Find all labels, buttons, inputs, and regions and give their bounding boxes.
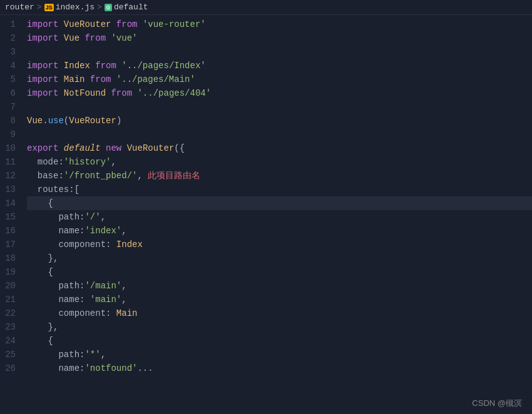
code-content[interactable]: import VueRouter from 'vue-router'import… xyxy=(22,15,532,414)
code-line: base:'/front_pbed/', 此项目路由名 xyxy=(27,169,532,183)
code-line: import Main from '../pages/Main' xyxy=(27,73,532,86)
token xyxy=(111,73,116,86)
token-str: 'history' xyxy=(64,155,111,169)
line-number: 14 xyxy=(5,196,16,210)
code-line: name: 'main', xyxy=(27,293,532,306)
line-number: 9 xyxy=(5,128,16,141)
line-number: 13 xyxy=(5,183,16,196)
token xyxy=(27,155,38,169)
token: { xyxy=(27,196,53,210)
line-numbers: 1234567891011121314151617181920212223242… xyxy=(0,15,22,414)
token-cls: Main xyxy=(64,73,85,86)
line-number: 10 xyxy=(5,141,16,155)
token: { xyxy=(27,265,53,279)
code-line: import NotFound from '../pages/404' xyxy=(27,86,532,100)
token-cls: VueRouter xyxy=(69,114,116,128)
code-line: path:'/', xyxy=(27,210,532,224)
token: , xyxy=(121,293,126,306)
code-line: routes:[ xyxy=(27,183,532,196)
line-number: 18 xyxy=(5,251,16,265)
token xyxy=(27,169,38,183)
token xyxy=(132,86,137,100)
token-str: 'vue' xyxy=(111,31,137,45)
token xyxy=(137,18,142,31)
token-str: '/' xyxy=(84,210,100,224)
token-prop: name xyxy=(58,361,79,375)
line-number: 21 xyxy=(5,293,16,306)
token-kw-default: default xyxy=(64,141,101,155)
token: : xyxy=(79,293,90,306)
line-number: 23 xyxy=(5,320,16,334)
token xyxy=(27,293,58,306)
code-line: import VueRouter from 'vue-router' xyxy=(27,18,532,31)
token-kw-from: from xyxy=(116,18,138,31)
line-number: 20 xyxy=(5,279,16,293)
token xyxy=(27,279,58,293)
code-line: }, xyxy=(27,320,532,334)
code-line xyxy=(27,45,532,59)
token-cls: NotFound xyxy=(64,86,106,100)
component-icon: ⊙ xyxy=(105,4,112,11)
token: }, xyxy=(48,251,59,265)
code-line: name:'notfound'... xyxy=(27,361,532,375)
line-number: 8 xyxy=(5,114,16,128)
breadcrumb-bar: router > JS index.js > ⊙ default xyxy=(0,0,532,15)
line-number: 15 xyxy=(5,210,16,224)
token: : xyxy=(58,155,63,169)
token-kw-export: export xyxy=(27,141,58,155)
code-line: { xyxy=(27,265,532,279)
token xyxy=(58,59,63,73)
token xyxy=(121,141,126,155)
code-line: path:'*', xyxy=(27,348,532,361)
token xyxy=(90,59,95,73)
token-cls: Index xyxy=(116,238,143,251)
token: : xyxy=(106,238,116,251)
line-number: 1 xyxy=(5,18,16,31)
line-number: 24 xyxy=(5,334,16,348)
token xyxy=(27,361,58,375)
line-number: 4 xyxy=(5,59,16,73)
token: ... xyxy=(137,361,153,375)
token xyxy=(27,183,38,196)
token: : xyxy=(79,361,84,375)
separator-2: > xyxy=(97,3,102,12)
code-line: import Index from '../pages/Index' xyxy=(27,59,532,73)
token: ( xyxy=(64,114,69,128)
token xyxy=(101,141,106,155)
token-str: '../pages/404' xyxy=(137,86,211,100)
line-number: 12 xyxy=(5,169,16,183)
token xyxy=(58,141,63,155)
token-prop: base xyxy=(38,169,59,183)
token-prop: path xyxy=(58,348,79,361)
breadcrumb-symbol: default xyxy=(114,3,148,12)
token xyxy=(111,18,116,31)
token: , xyxy=(101,348,106,361)
token-kw-import: import xyxy=(27,86,58,100)
token: , xyxy=(137,169,148,183)
token-cls: Main xyxy=(116,306,138,320)
token-kw-from: from xyxy=(84,31,106,45)
token-kw-import: import xyxy=(27,59,58,73)
token-kw-new: new xyxy=(106,141,121,155)
token: : xyxy=(79,279,84,293)
token: { xyxy=(27,334,53,348)
token-prop: component xyxy=(58,306,106,320)
code-line: { xyxy=(27,196,532,210)
line-number: 26 xyxy=(5,361,16,375)
token xyxy=(106,31,111,45)
code-line: path:'/main', xyxy=(27,279,532,293)
token-cls: Vue xyxy=(64,31,79,45)
token-comment-red: 此项目路由名 xyxy=(148,169,200,183)
code-line: { xyxy=(27,334,532,348)
token-str: '/main' xyxy=(84,279,121,293)
token: : xyxy=(79,210,84,224)
line-number: 6 xyxy=(5,86,16,100)
token-str: 'index' xyxy=(84,224,121,238)
token: : xyxy=(79,348,84,361)
token-prop: path xyxy=(58,279,79,293)
token-kw-import: import xyxy=(27,18,58,31)
token-prop: component xyxy=(58,238,106,251)
token-fn: use xyxy=(48,114,64,128)
code-line xyxy=(27,100,532,114)
token xyxy=(27,210,58,224)
